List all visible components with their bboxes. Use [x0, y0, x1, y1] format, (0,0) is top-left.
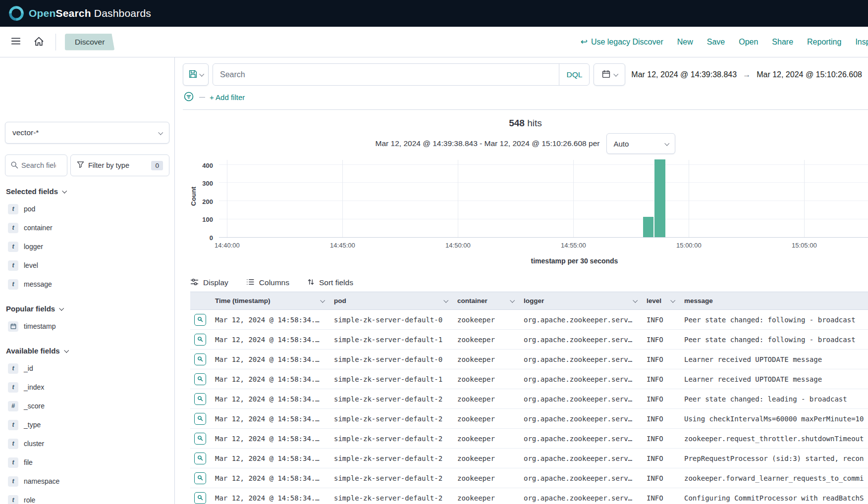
field-item-cluster[interactable]: tcluster [5, 434, 169, 453]
field-item-pod[interactable]: tpod [5, 200, 169, 218]
field-name: pod [24, 205, 35, 213]
field-type-string-icon: t [8, 363, 18, 374]
expand-document-button[interactable] [194, 472, 206, 484]
sort-chevron-icon[interactable] [320, 298, 325, 303]
field-item-container[interactable]: tcontainer [5, 218, 169, 237]
filter-options-button[interactable] [183, 91, 195, 103]
y-tick-label: 0 [210, 234, 213, 242]
expand-document-button[interactable] [194, 373, 206, 385]
field-type-string-icon: t [8, 279, 18, 290]
expand-document-button[interactable] [194, 353, 206, 365]
date-range-start[interactable]: Mar 12, 2024 @ 14:39:38.843 [631, 70, 737, 79]
nav-link-use-legacy-discover[interactable]: ↩Use legacy Discover [581, 38, 663, 47]
field-type-string-icon: t [8, 242, 18, 252]
section-title: Popular fields [6, 304, 55, 313]
index-pattern-selector[interactable]: vector-* [5, 122, 169, 144]
field-item-timestamp[interactable]: timestamp [5, 317, 169, 336]
histogram-bar[interactable] [654, 159, 665, 237]
search-input[interactable] [213, 70, 559, 79]
nav-link-save[interactable]: Save [707, 38, 725, 47]
chevron-down-icon [59, 306, 64, 311]
sort-chevron-icon[interactable] [670, 298, 675, 303]
expand-document-button[interactable] [194, 334, 206, 346]
date-range-end[interactable]: Mar 12, 2024 @ 15:10:26.608 [757, 70, 862, 79]
cell-pod: simple-zk-server-default-2 [329, 409, 452, 429]
columns-button[interactable]: Columns [246, 278, 289, 288]
field-item-message[interactable]: tmessage [5, 275, 169, 294]
expand-document-button[interactable] [194, 453, 206, 464]
expand-document-button[interactable] [194, 314, 206, 326]
inspect-icon [197, 336, 203, 344]
field-name: message [24, 280, 52, 288]
expand-document-button[interactable] [194, 492, 206, 504]
nav-link-reporting[interactable]: Reporting [807, 38, 841, 47]
cell-pod: simple-zk-server-default-1 [329, 330, 452, 350]
add-filter-button[interactable]: + Add filter [210, 93, 245, 101]
field-sections: Selected fieldstpodtcontainertloggertlev… [5, 187, 169, 504]
toolbar-button-label: Display [203, 278, 228, 287]
field-item-id[interactable]: t_id [5, 359, 169, 378]
field-item-logger[interactable]: tlogger [5, 237, 169, 256]
nav-link-label: Open [739, 38, 758, 47]
cell-time: Mar 12, 2024 @ 14:58:34.… [210, 310, 329, 330]
funnel-icon [77, 161, 84, 170]
field-item-role[interactable]: trole [5, 491, 169, 504]
interval-value: Auto [613, 140, 629, 148]
date-picker-quick-button[interactable] [594, 63, 625, 86]
field-item-type[interactable]: t_type [5, 415, 169, 434]
field-item-file[interactable]: tfile [5, 453, 169, 472]
saved-query-button[interactable] [183, 63, 209, 86]
column-header-logger[interactable]: logger [519, 292, 642, 310]
section-heading-popular-fields[interactable]: Popular fields [6, 304, 168, 313]
expand-document-button[interactable] [194, 413, 206, 425]
breadcrumb[interactable]: Discover [65, 34, 114, 50]
table-row: Mar 12, 2024 @ 14:58:34.…simple-zk-serve… [190, 449, 868, 468]
cell-logger: org.apache.zookeeper.serv… [519, 369, 642, 389]
section-heading-available-fields[interactable]: Available fields [6, 347, 168, 355]
field-search-input[interactable] [21, 161, 56, 169]
expand-document-button[interactable] [194, 393, 206, 405]
y-gridline [219, 164, 868, 165]
column-header-container[interactable]: container [452, 292, 519, 310]
cell-logger: org.apache.zookeeper.serv… [519, 350, 642, 369]
query-bar: DQL Mar 12, 2024 @ 14:39:38.843 → Mar 12… [183, 63, 868, 86]
cell-logger: org.apache.zookeeper.serv… [519, 389, 642, 409]
menu-button[interactable] [8, 34, 24, 50]
filter-by-type-button[interactable]: Filter by type 0 [70, 154, 169, 176]
column-header-pod[interactable]: pod [329, 292, 452, 310]
sort-chevron-icon[interactable] [443, 298, 448, 303]
sort-chevron-icon[interactable] [633, 298, 638, 303]
field-item-level[interactable]: tlevel [5, 256, 169, 275]
home-button[interactable] [31, 34, 47, 50]
sort-fields-button[interactable]: Sort fields [307, 278, 353, 288]
field-name: container [24, 224, 53, 232]
cell-message: Learner received UPTODATE message [679, 350, 868, 369]
expand-document-button[interactable] [194, 433, 206, 445]
field-type-string-icon: t [8, 439, 18, 449]
cell-time: Mar 12, 2024 @ 14:58:34.… [210, 389, 329, 409]
display-button[interactable]: Display [190, 278, 228, 288]
sort-chevron-icon[interactable] [510, 298, 515, 303]
field-item-score[interactable]: #_score [5, 397, 169, 415]
field-item-index[interactable]: t_index [5, 378, 169, 397]
column-header-level[interactable]: level [642, 292, 679, 310]
field-type-string-icon: t [8, 204, 18, 214]
field-type-string-icon: t [8, 382, 18, 393]
nav-link-inspect[interactable]: Inspect [855, 38, 868, 47]
expand-cell [190, 350, 210, 369]
field-item-namespace[interactable]: tnamespace [5, 472, 169, 491]
undo-arrow-icon: ↩ [581, 38, 588, 47]
column-header-time[interactable]: Time (timestamp) [210, 292, 329, 310]
nav-link-share[interactable]: Share [772, 38, 793, 47]
hits-count-line: 548 hits [183, 118, 868, 129]
interval-select[interactable]: Auto [606, 133, 675, 154]
section-heading-selected-fields[interactable]: Selected fields [6, 187, 168, 196]
nav-link-open[interactable]: Open [739, 38, 758, 47]
field-name: _index [24, 383, 44, 391]
nav-link-new[interactable]: New [677, 38, 693, 47]
query-language-button[interactable]: DQL [559, 64, 589, 85]
x-gridline [342, 160, 343, 237]
x-tick-label: 14:45:00 [330, 242, 355, 249]
histogram-bar[interactable] [643, 217, 653, 237]
cell-level: INFO [642, 468, 679, 488]
